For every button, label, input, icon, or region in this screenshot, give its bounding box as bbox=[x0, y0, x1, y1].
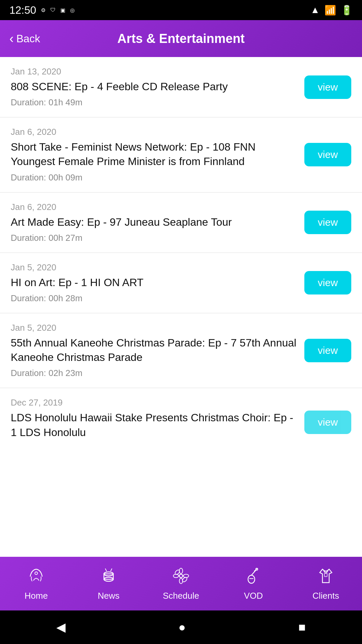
item-date: Jan 6, 2020 bbox=[11, 202, 298, 212]
status-left: 12:50 ⚙ 🛡 ▣ ◎ bbox=[9, 4, 75, 16]
status-right-icons: ▲ 📶 🔋 bbox=[310, 5, 353, 16]
news-icon bbox=[99, 567, 118, 588]
content-list: Jan 13, 2020 808 SCENE: Ep - 4 Feeble CD… bbox=[0, 57, 362, 557]
vod-svg-icon bbox=[244, 567, 263, 585]
item-date: Jan 5, 2020 bbox=[11, 323, 298, 333]
android-back-button[interactable]: ◀ bbox=[56, 620, 66, 634]
svg-line-14 bbox=[251, 570, 256, 575]
item-date: Jan 5, 2020 bbox=[11, 262, 298, 273]
item-title: 808 SCENE: Ep - 4 Feeble CD Release Part… bbox=[11, 79, 298, 94]
item-duration: Duration: 00h 27m bbox=[11, 233, 298, 243]
sim-icon: ▣ bbox=[60, 7, 65, 13]
schedule-icon bbox=[172, 567, 190, 588]
view-button[interactable]: view bbox=[304, 339, 351, 362]
page-title: Arts & Entertainment bbox=[9, 32, 353, 46]
back-label: Back bbox=[16, 33, 40, 45]
item-duration: Duration: 01h 49m bbox=[11, 97, 298, 108]
svg-point-0 bbox=[35, 572, 38, 575]
home-svg-icon bbox=[27, 567, 46, 585]
home-icon bbox=[27, 567, 46, 588]
list-item: Jan 5, 2020 HI on Art: Ep - 1 HI ON ART … bbox=[0, 253, 362, 313]
item-title: 55th Annual Kaneohe Christmas Parade: Ep… bbox=[11, 336, 298, 365]
item-duration: Duration: 00h 09m bbox=[11, 172, 298, 183]
item-text: Jan 6, 2020 Art Made Easy: Ep - 97 Junea… bbox=[11, 202, 298, 243]
page-header: ‹ Back Arts & Entertainment bbox=[0, 20, 362, 57]
status-bar: 12:50 ⚙ 🛡 ▣ ◎ ▲ 📶 🔋 bbox=[0, 0, 362, 20]
settings-icon: ⚙ bbox=[41, 7, 46, 13]
list-item: Jan 6, 2020 Art Made Easy: Ep - 97 Junea… bbox=[0, 193, 362, 253]
view-button-partial[interactable]: view bbox=[304, 411, 351, 434]
status-time: 12:50 bbox=[9, 4, 36, 16]
item-text: Jan 5, 2020 55th Annual Kaneohe Christma… bbox=[11, 323, 298, 378]
svg-line-4 bbox=[105, 569, 107, 571]
clients-svg-icon bbox=[316, 567, 335, 585]
signal-icon: 📶 bbox=[324, 5, 336, 16]
item-text: Jan 6, 2020 Short Take - Feminist News N… bbox=[11, 127, 298, 182]
back-button[interactable]: ‹ Back bbox=[9, 32, 40, 45]
item-duration: Duration: 02h 23m bbox=[11, 368, 298, 378]
nav-label-clients: Clients bbox=[312, 591, 339, 601]
nav-label-schedule: Schedule bbox=[163, 591, 199, 601]
nav-item-schedule[interactable]: Schedule bbox=[154, 567, 208, 601]
list-item-partial: Dec 27, 2019 LDS Honolulu Hawaii Stake P… bbox=[0, 388, 362, 439]
nav-label-home: Home bbox=[24, 591, 48, 601]
view-button[interactable]: view bbox=[304, 271, 351, 294]
wifi-icon: ▲ bbox=[310, 5, 320, 15]
item-text: Jan 13, 2020 808 SCENE: Ep - 4 Feeble CD… bbox=[11, 66, 298, 108]
nav-label-news: News bbox=[98, 591, 119, 601]
back-chevron-icon: ‹ bbox=[9, 32, 14, 45]
svg-rect-18 bbox=[324, 573, 327, 577]
shield-icon: 🛡 bbox=[50, 7, 56, 13]
svg-point-13 bbox=[248, 575, 255, 583]
item-title-partial: LDS Honolulu Hawaii Stake Presents Chris… bbox=[11, 411, 298, 439]
nav-label-vod: VOD bbox=[244, 591, 263, 601]
item-date: Jan 13, 2020 bbox=[11, 66, 298, 77]
nav-item-news[interactable]: News bbox=[82, 567, 135, 601]
battery-icon: 🔋 bbox=[341, 5, 353, 16]
item-date: Jan 6, 2020 bbox=[11, 127, 298, 137]
view-button[interactable]: view bbox=[304, 75, 351, 99]
svg-line-5 bbox=[111, 569, 112, 571]
bottom-navigation: Home News bbox=[0, 557, 362, 610]
item-date-partial: Dec 27, 2019 bbox=[11, 397, 351, 408]
svg-rect-2 bbox=[104, 574, 113, 579]
svg-point-6 bbox=[179, 574, 183, 578]
list-item: Jan 6, 2020 Short Take - Feminist News N… bbox=[0, 117, 362, 192]
android-home-button[interactable]: ● bbox=[178, 620, 186, 634]
android-nav-bar: ◀ ● ■ bbox=[0, 610, 362, 644]
list-item: Jan 13, 2020 808 SCENE: Ep - 4 Feeble CD… bbox=[0, 57, 362, 117]
schedule-svg-icon bbox=[172, 567, 190, 585]
view-button[interactable]: view bbox=[304, 211, 351, 234]
item-duration: Duration: 00h 28m bbox=[11, 293, 298, 304]
nav-item-clients[interactable]: Clients bbox=[299, 567, 353, 601]
item-title: Art Made Easy: Ep - 97 Juneau Seaplane T… bbox=[11, 215, 298, 229]
item-title: Short Take - Feminist News Network: Ep -… bbox=[11, 140, 298, 169]
nav-item-vod[interactable]: VOD bbox=[227, 567, 280, 601]
item-text: Jan 5, 2020 HI on Art: Ep - 1 HI ON ART … bbox=[11, 262, 298, 304]
nav-item-home[interactable]: Home bbox=[9, 567, 63, 601]
at-icon: ◎ bbox=[70, 7, 75, 13]
view-button[interactable]: view bbox=[304, 143, 351, 166]
clients-icon bbox=[316, 567, 335, 588]
list-item: Jan 5, 2020 55th Annual Kaneohe Christma… bbox=[0, 313, 362, 388]
news-svg-icon bbox=[99, 567, 118, 585]
vod-icon bbox=[244, 567, 263, 588]
android-recent-button[interactable]: ■ bbox=[298, 620, 306, 634]
item-title: HI on Art: Ep - 1 HI ON ART bbox=[11, 275, 298, 290]
